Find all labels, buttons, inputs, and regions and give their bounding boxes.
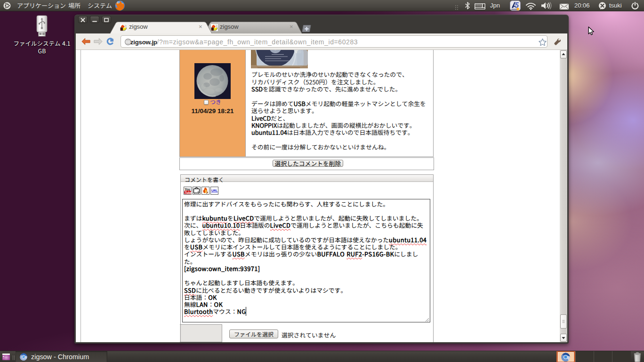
- svg-text:URL: URL: [211, 189, 217, 192]
- svg-text:Tube: Tube: [185, 191, 192, 194]
- svg-text:You: You: [185, 188, 190, 191]
